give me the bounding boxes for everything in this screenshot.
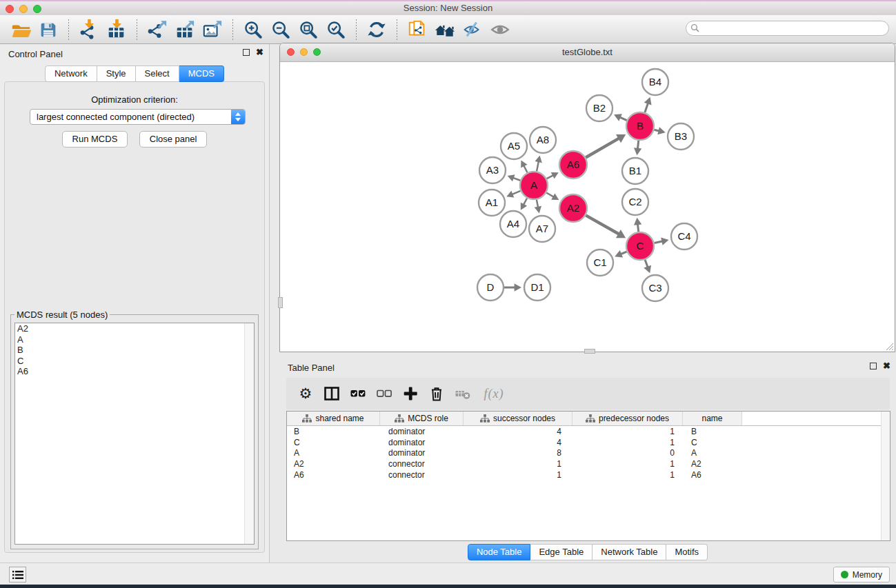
edge-arrowhead xyxy=(535,156,542,163)
node-table[interactable]: shared nameMCDS rolesuccessor nodesprede… xyxy=(286,411,890,541)
column-header-MCDS-role[interactable]: MCDS role xyxy=(380,412,464,425)
export-image-button[interactable] xyxy=(201,19,224,41)
open-file-button[interactable] xyxy=(9,19,32,41)
tab-motifs[interactable]: Motifs xyxy=(666,544,708,560)
table-cell: dominator xyxy=(380,448,464,458)
network-from-file-button[interactable] xyxy=(406,19,429,41)
delete-table-button[interactable] xyxy=(454,385,472,403)
table-row[interactable]: A2connector11A2 xyxy=(287,458,890,469)
refresh-icon xyxy=(366,19,387,40)
refresh-button[interactable] xyxy=(365,19,388,41)
zoom-in-button[interactable] xyxy=(241,19,265,41)
select-all-button[interactable] xyxy=(349,385,367,403)
graph-node-label: C2 xyxy=(628,196,641,207)
table-cell: B xyxy=(287,427,380,436)
mcds-result-item[interactable]: A6 xyxy=(15,366,254,377)
table-cell: 1 xyxy=(464,470,573,480)
graph-node-label: D xyxy=(487,281,495,293)
mcds-result-list[interactable]: A2ABCA6 xyxy=(14,323,255,545)
column-header-predecessor-nodes[interactable]: predecessor nodes xyxy=(573,412,683,425)
export-image-icon xyxy=(202,19,223,40)
table-cell: connector xyxy=(380,459,464,469)
tab-mcds[interactable]: MCDS xyxy=(179,65,224,82)
column-header-successor-nodes[interactable]: successor nodes xyxy=(464,412,573,425)
zoom-out-button[interactable] xyxy=(269,19,292,41)
import-network-button[interactable] xyxy=(77,19,101,41)
show-all-eye-button[interactable] xyxy=(488,19,512,41)
table-tabs: Node TableEdge TableNetwork TableMotifs xyxy=(279,544,896,560)
column-header-name[interactable]: name xyxy=(683,412,742,425)
home-icon xyxy=(435,19,455,40)
tab-network[interactable]: Network xyxy=(45,65,97,82)
deselect-all-button[interactable] xyxy=(375,385,393,403)
edge-arrowhead xyxy=(657,127,665,134)
zoom-fit-button[interactable] xyxy=(297,19,320,41)
table-cell: A xyxy=(683,448,742,458)
zoom-selected-button[interactable] xyxy=(324,19,348,41)
network-canvas[interactable]: B4B2BB3A8A5A6A3B1AC2A1A2A4A7C4CC1C3DD1 xyxy=(280,61,895,352)
export-table-icon xyxy=(175,19,195,40)
horizontal-scroll-stub[interactable] xyxy=(584,349,595,354)
list-scrollbar-track[interactable] xyxy=(244,323,254,544)
mcds-result-item[interactable]: A2 xyxy=(15,323,254,334)
delete-row-button[interactable] xyxy=(428,385,446,403)
mcds-result-item[interactable]: A xyxy=(15,334,254,345)
import-table-button[interactable] xyxy=(105,19,128,41)
tab-edge-table[interactable]: Edge Table xyxy=(530,544,593,560)
close-panel-button[interactable]: Close panel xyxy=(139,131,208,148)
save-session-button[interactable] xyxy=(37,19,60,41)
table-cell: dominator xyxy=(380,438,464,447)
mcds-tab-content: Optimization criterion: largest connecte… xyxy=(4,81,265,553)
export-network-button[interactable] xyxy=(146,19,169,41)
mcds-result-item[interactable]: B xyxy=(15,345,254,356)
tab-select[interactable]: Select xyxy=(136,65,179,82)
search-input[interactable] xyxy=(686,21,889,36)
table-row[interactable]: A6connector11A6 xyxy=(287,469,890,480)
run-mcds-button[interactable]: Run MCDS xyxy=(62,131,128,148)
close-table-panel-icon[interactable]: ✖ xyxy=(883,363,890,369)
add-row-button[interactable] xyxy=(401,385,419,403)
graph-node-label: A6 xyxy=(567,159,579,170)
table-scrollbar-track[interactable] xyxy=(881,412,890,540)
panel-list-button[interactable] xyxy=(9,567,26,582)
graph-edge-A6-B[interactable] xyxy=(586,138,619,157)
graph-node-label: B1 xyxy=(629,165,641,176)
memory-button[interactable]: Memory xyxy=(833,567,890,582)
graph-node-label: A1 xyxy=(486,196,498,208)
tab-style[interactable]: Style xyxy=(97,65,136,82)
tab-node-table[interactable]: Node Table xyxy=(468,544,531,560)
graph-edge-A-A1[interactable] xyxy=(511,191,520,194)
network-window-titlebar[interactable]: testGlobe.txt xyxy=(280,43,895,62)
home-button[interactable] xyxy=(433,19,457,41)
settings-gear-button[interactable]: ⚙ xyxy=(297,385,315,403)
criterion-dropdown[interactable]: largest connected component (directed) xyxy=(30,109,246,125)
column-view-button[interactable] xyxy=(323,385,341,403)
tab-network-table[interactable]: Network Table xyxy=(593,544,666,560)
close-panel-icon[interactable]: ✖ xyxy=(256,49,263,56)
column-header-shared-name[interactable]: shared name xyxy=(287,412,380,425)
function-builder-button[interactable]: f(x) xyxy=(480,385,508,403)
hide-unselected-button[interactable] xyxy=(461,19,484,41)
graph-edge-B-B4[interactable] xyxy=(645,103,648,112)
table-cell: connector xyxy=(380,470,464,480)
main-titlebar[interactable]: Session: New Session xyxy=(0,1,896,16)
mcds-result-item[interactable]: C xyxy=(15,356,254,367)
float-panel-icon[interactable] xyxy=(243,49,250,56)
vertical-scroll-stub[interactable] xyxy=(278,297,283,308)
table-row[interactable]: Bdominator41B xyxy=(287,426,890,437)
criterion-dropdown-value: largest connected component (directed) xyxy=(37,112,195,122)
graph-node-label: D1 xyxy=(530,281,544,293)
graph-edge-A-A8[interactable] xyxy=(537,161,539,171)
export-table-button[interactable] xyxy=(173,19,197,41)
table-panel-header: Table Panel ✖ xyxy=(279,358,896,377)
header-filler xyxy=(742,412,890,425)
graph-node-label: A4 xyxy=(507,218,519,230)
table-cell: 4 xyxy=(464,427,573,436)
resize-grip-icon[interactable] xyxy=(884,341,894,351)
table-row[interactable]: Cdominator41C xyxy=(287,437,890,448)
float-table-panel-icon[interactable] xyxy=(870,363,877,369)
graph-edge-A2-C[interactable] xyxy=(586,215,619,234)
table-row[interactable]: Adominator80A xyxy=(287,448,890,459)
graph-node-label: A8 xyxy=(537,134,549,145)
hide-unselected-icon xyxy=(462,19,483,40)
